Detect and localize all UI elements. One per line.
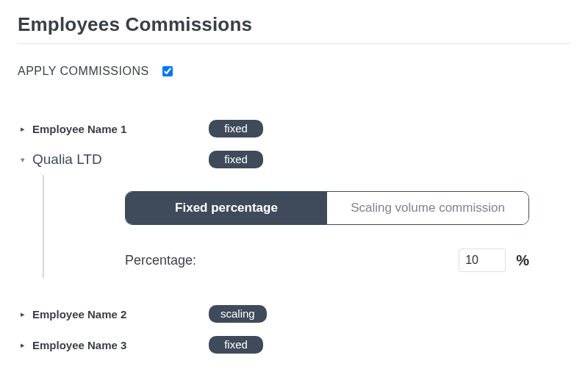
segmented-fixed-button[interactable]: Fixed percentage (126, 192, 327, 224)
caret-right-icon: ▸ (18, 340, 28, 350)
employee-list: ▸ Employee Name 1 fixed ▾ Qualia LTD fix… (18, 113, 570, 360)
commission-type-badge: scaling (209, 305, 267, 323)
employee-name: Qualia LTD (32, 151, 209, 168)
employee-row[interactable]: ▾ Qualia LTD fixed (18, 144, 570, 175)
commission-type-badge: fixed (209, 336, 263, 354)
employee-row[interactable]: ▸ Employee Name 1 fixed (18, 113, 570, 144)
employee-name: Employee Name 1 (32, 123, 209, 135)
percentage-label: Percentage: (125, 253, 459, 268)
percentage-row: Percentage: % (125, 248, 529, 272)
percentage-unit: % (516, 252, 529, 269)
caret-right-icon: ▸ (18, 124, 28, 134)
employee-row[interactable]: ▸ Employee Name 3 fixed (18, 329, 570, 360)
caret-right-icon: ▸ (18, 309, 28, 319)
employee-name: Employee Name 3 (32, 339, 209, 351)
caret-down-icon: ▾ (18, 155, 28, 165)
percentage-input[interactable] (459, 248, 506, 272)
segmented-scaling-button[interactable]: Scaling volume commission (327, 192, 528, 224)
apply-commissions-checkbox[interactable] (162, 66, 173, 76)
page-title: Employees Commissions (18, 13, 570, 44)
commission-detail-panel: Fixed percentage Scaling volume commissi… (43, 175, 570, 278)
employee-name: Employee Name 2 (32, 308, 209, 321)
commission-mode-segmented: Fixed percentage Scaling volume commissi… (125, 191, 529, 225)
employee-row[interactable]: ▸ Employee Name 2 scaling (18, 298, 570, 329)
commission-type-badge: fixed (209, 120, 263, 137)
apply-commissions-label: APPLY COMMISSIONS (18, 65, 149, 78)
commission-type-badge: fixed (209, 151, 263, 168)
apply-commissions-row: APPLY COMMISSIONS (18, 65, 570, 78)
